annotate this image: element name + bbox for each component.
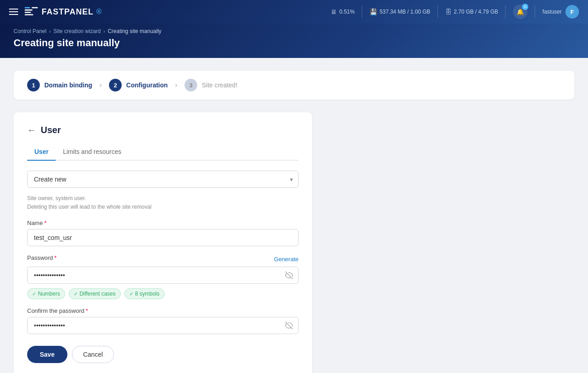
ram-stat: 💾 537.34 MB / 1.00 GB xyxy=(370,8,430,15)
badge-8-symbols: ✓ 8 symbols xyxy=(124,288,165,299)
check-icon-2: ✓ xyxy=(74,291,78,297)
topbar: FASTPANEL® 🖥 0.51% 💾 537.34 MB / 1.00 GB… xyxy=(0,0,588,24)
name-required: * xyxy=(44,220,47,226)
card-header: ← User xyxy=(27,125,299,135)
step-arrow-1: › xyxy=(100,81,102,89)
back-button[interactable]: ← xyxy=(27,125,36,135)
info-line-2: Deleting this user will lead to the whol… xyxy=(27,203,299,211)
confirm-required: * xyxy=(85,307,88,314)
notification-badge: 0 xyxy=(522,4,528,10)
notifications-button[interactable]: 🔔 0 xyxy=(513,5,527,19)
logo: FASTPANEL® xyxy=(24,6,101,17)
user-select-wrapper: Create new ▾ xyxy=(27,171,299,188)
password-required: * xyxy=(54,254,57,261)
svg-rect-3 xyxy=(25,14,33,15)
name-label: Name * xyxy=(27,220,299,226)
username-label: fastuser xyxy=(542,9,562,15)
svg-rect-4 xyxy=(32,7,38,9)
confirm-field-group: Confirm the password * xyxy=(27,307,299,334)
step-1-circle: 1 xyxy=(27,79,40,91)
password-header: Password * Generate xyxy=(27,254,299,264)
logo-reg: ® xyxy=(96,8,102,16)
confirm-label: Confirm the password * xyxy=(27,307,299,314)
info-line-1: Site owner, system user. xyxy=(27,194,299,203)
svg-rect-2 xyxy=(25,12,31,13)
breadcrumb-wizard[interactable]: Site creation wizard xyxy=(53,28,101,34)
page-header: Control Panel › Site creation wizard › C… xyxy=(0,24,588,58)
divider2 xyxy=(437,5,438,18)
step-2: 2 Configuration xyxy=(109,79,168,91)
name-field-group: Name * xyxy=(27,220,299,246)
form-card: ← User User Limits and resources Create … xyxy=(14,112,312,373)
cpu-value: 0.51% xyxy=(339,9,355,15)
logo-text: FASTPANEL xyxy=(42,7,94,17)
breadcrumb-home[interactable]: Control Panel xyxy=(14,28,47,34)
badge-numbers: ✓ Numbers xyxy=(27,288,65,299)
generate-button[interactable]: Generate xyxy=(274,256,299,263)
password-label: Password * xyxy=(27,254,57,261)
cpu-stat: 🖥 0.51% xyxy=(331,8,355,15)
tab-limits[interactable]: Limits and resources xyxy=(56,144,128,161)
tabs: User Limits and resources xyxy=(27,144,299,161)
cancel-button[interactable]: Cancel xyxy=(72,346,114,363)
confirm-toggle-button[interactable] xyxy=(285,321,293,330)
check-icon-3: ✓ xyxy=(129,291,133,297)
password-toggle-button[interactable] xyxy=(285,271,293,279)
svg-rect-1 xyxy=(25,10,33,11)
password-wrapper xyxy=(27,267,299,284)
section-title: User xyxy=(41,125,61,135)
user-avatar: F xyxy=(565,5,579,19)
save-button[interactable]: Save xyxy=(27,346,67,363)
breadcrumb-sep2: › xyxy=(104,29,105,34)
password-field-group: Password * Generate ✓ xyxy=(27,254,299,299)
step-2-label: Configuration xyxy=(126,81,168,89)
divider xyxy=(362,5,362,18)
disk-stat: 🗄 2.70 GB / 4.79 GB xyxy=(445,8,498,15)
password-badges: ✓ Numbers ✓ Different cases ✓ 8 symbols xyxy=(27,288,299,299)
confirm-wrapper xyxy=(27,317,299,334)
user-menu[interactable]: fastuser F xyxy=(542,5,579,19)
step-2-circle: 2 xyxy=(109,79,122,91)
disk-icon: 🗄 xyxy=(445,8,451,15)
ram-value: 537.34 MB / 1.00 GB xyxy=(379,9,430,15)
user-select[interactable]: Create new xyxy=(27,171,299,188)
step-1: 1 Domain binding xyxy=(27,79,92,91)
badge-different-cases: ✓ Different cases xyxy=(69,288,121,299)
hamburger-menu[interactable] xyxy=(9,9,18,15)
step-3: 3 Site created! xyxy=(185,79,237,91)
divider3 xyxy=(505,5,506,18)
ram-icon: 💾 xyxy=(370,8,377,15)
info-text: Site owner, system user. Deleting this u… xyxy=(27,194,299,211)
step-3-label: Site created! xyxy=(202,81,237,89)
step-3-circle: 3 xyxy=(185,79,197,91)
name-input[interactable] xyxy=(27,229,299,246)
confirm-input[interactable] xyxy=(27,317,299,334)
breadcrumb-current: Creating site manually xyxy=(108,28,161,34)
divider4 xyxy=(535,5,535,18)
check-icon: ✓ xyxy=(32,291,36,297)
password-input[interactable] xyxy=(27,267,299,284)
svg-rect-0 xyxy=(25,7,30,9)
breadcrumb-sep1: › xyxy=(49,29,51,34)
breadcrumb: Control Panel › Site creation wizard › C… xyxy=(14,28,574,34)
button-row: Save Cancel xyxy=(27,346,299,363)
step-1-label: Domain binding xyxy=(44,81,92,89)
step-arrow-2: › xyxy=(175,81,177,89)
cpu-icon: 🖥 xyxy=(331,8,337,15)
main-content: 1 Domain binding › 2 Configuration › 3 S… xyxy=(0,58,588,373)
disk-value: 2.70 GB / 4.79 GB xyxy=(454,9,498,15)
stepper: 1 Domain binding › 2 Configuration › 3 S… xyxy=(14,71,574,100)
tab-user[interactable]: User xyxy=(27,144,56,161)
page-title: Creating site manually xyxy=(14,37,574,49)
